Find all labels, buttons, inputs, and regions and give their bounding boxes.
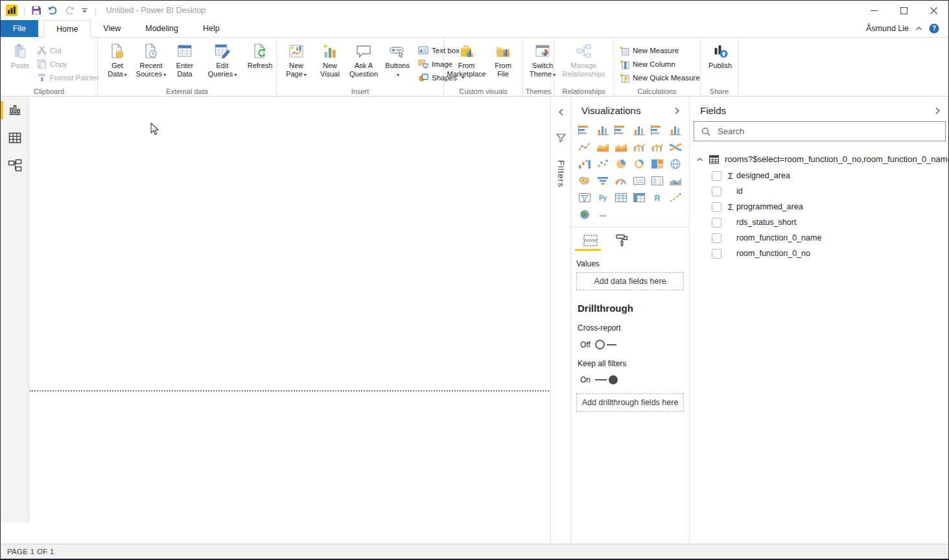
field-row-designed-area[interactable]: Σdesigned_area: [690, 168, 949, 183]
from-file-button[interactable]: From File: [486, 41, 520, 78]
viz-area-chart-icon[interactable]: [594, 141, 611, 153]
publish-button[interactable]: Publish: [703, 41, 737, 70]
viz-scatter-chart-icon[interactable]: [594, 158, 611, 170]
buttons-button[interactable]: Buttons▾: [381, 41, 414, 78]
fields-search: [694, 121, 946, 141]
paste-button[interactable]: Paste: [3, 41, 37, 70]
model-view-icon[interactable]: [7, 158, 23, 174]
refresh-button[interactable]: Refresh: [243, 41, 277, 70]
add-drillthrough-fields-dropzone[interactable]: Add drillthrough fields here: [576, 393, 684, 412]
new-quick-measure-button[interactable]: New Quick Measure: [619, 72, 700, 83]
page-status-text: PAGE 1 OF 1: [7, 548, 54, 555]
viz-line-and-clustered-column-chart-icon[interactable]: [649, 141, 666, 153]
viz-multi-row-card-icon[interactable]: [649, 174, 666, 187]
field-row-room-function-0-name[interactable]: room_function_0_name: [690, 230, 949, 246]
keep-all-filters-toggle[interactable]: On: [580, 375, 684, 384]
from-marketplace-icon: [458, 41, 475, 62]
field-checkbox[interactable]: [712, 249, 721, 259]
viz-funnel-icon[interactable]: [594, 174, 611, 187]
collapse-table-chevron-icon[interactable]: [696, 157, 703, 162]
account-name[interactable]: Åsmund Lie: [866, 24, 909, 33]
account-chevron-icon[interactable]: [915, 26, 922, 31]
tab-home[interactable]: Home: [43, 20, 91, 38]
viz-slicer-icon[interactable]: [576, 191, 593, 204]
copy-button[interactable]: Copy: [37, 58, 99, 69]
viz-line-chart-icon[interactable]: [576, 141, 593, 153]
enter-data-button[interactable]: Enter Data: [168, 41, 202, 78]
viz-arcgis-map-icon[interactable]: [576, 208, 593, 220]
search-input[interactable]: [716, 126, 945, 137]
redo-icon[interactable]: [64, 5, 75, 16]
manage-relationships-button[interactable]: Manage Relationships: [557, 41, 611, 78]
viz-filled-map-icon[interactable]: [576, 174, 593, 187]
viz-r-script-visual-icon[interactable]: R: [649, 191, 666, 204]
undo-icon[interactable]: [47, 5, 58, 16]
viz-line-and-stacked-column-chart-icon[interactable]: [631, 141, 648, 153]
tab-modeling[interactable]: Modeling: [133, 20, 191, 37]
tab-view[interactable]: View: [91, 20, 133, 37]
add-data-fields-dropzone[interactable]: Add data fields here: [576, 272, 684, 290]
viz-key-influencers-icon[interactable]: [667, 191, 684, 204]
close-icon[interactable]: [919, 1, 948, 20]
field-checkbox[interactable]: [712, 202, 721, 212]
viz-hundred-percent-stacked-bar-chart-icon[interactable]: [649, 124, 666, 136]
viz-treemap-icon[interactable]: [649, 158, 666, 170]
field-row-room-function-0-no[interactable]: room_function_0_no: [690, 246, 949, 261]
field-checkbox[interactable]: [712, 233, 721, 243]
viz-pie-chart-icon[interactable]: [613, 158, 629, 170]
viz-stacked-column-chart-icon[interactable]: [594, 124, 611, 136]
get-data-button[interactable]: Get Data▾: [100, 41, 134, 78]
viz-more-visuals-icon[interactable]: …: [594, 208, 611, 220]
minimize-icon[interactable]: [859, 1, 889, 20]
table-row[interactable]: rooms?$select=room_function_0_no,room_fu…: [690, 154, 949, 164]
viz-clustered-column-chart-icon[interactable]: [631, 124, 648, 136]
field-row-rds-status-short[interactable]: rds_status_short: [690, 215, 949, 230]
viz-gauge-icon[interactable]: [613, 174, 629, 187]
field-row-id[interactable]: id: [690, 183, 949, 199]
field-checkbox[interactable]: [712, 187, 721, 196]
maximize-icon[interactable]: [889, 1, 919, 20]
viz-ribbon-chart-icon[interactable]: [667, 141, 684, 153]
collapse-visualizations-chevron-icon[interactable]: [674, 107, 680, 115]
save-icon[interactable]: [31, 5, 41, 16]
expand-filters-chevron-icon[interactable]: [558, 108, 564, 116]
viz-map-icon[interactable]: [667, 158, 684, 170]
field-checkbox[interactable]: [712, 218, 721, 228]
format-paint-roller-tab-icon[interactable]: [615, 233, 629, 253]
viz-kpi-icon[interactable]: [667, 174, 684, 187]
new-visual-button[interactable]: New Visual: [313, 41, 347, 78]
recent-sources-button[interactable]: Recent Sources▾: [134, 41, 168, 78]
field-row-programmed-area[interactable]: Σprogrammed_area: [690, 199, 949, 215]
viz-card-icon[interactable]: 123: [631, 174, 648, 187]
report-canvas[interactable]: [29, 97, 550, 522]
cut-button[interactable]: Cut: [37, 45, 99, 56]
viz-clustered-bar-chart-icon[interactable]: [613, 124, 629, 136]
powerbi-window: | | Untitled - Power BI Desktop File Hom…: [0, 0, 949, 560]
collapse-fields-chevron-icon[interactable]: [935, 107, 941, 115]
viz-table-icon[interactable]: [613, 191, 629, 204]
field-checkbox[interactable]: [712, 171, 721, 181]
viz-waterfall-chart-icon[interactable]: [576, 158, 593, 170]
viz-donut-chart-icon[interactable]: [631, 158, 648, 170]
report-view-icon[interactable]: [7, 102, 23, 118]
viz-matrix-icon[interactable]: [631, 191, 648, 204]
viz-python-visual-icon[interactable]: Py: [594, 191, 611, 204]
help-icon[interactable]: ?: [929, 23, 939, 34]
ask-a-question-button[interactable]: Ask A Question: [347, 41, 381, 78]
cross-report-toggle[interactable]: Off: [580, 340, 684, 349]
new-measure-button[interactable]: New Measure: [619, 45, 700, 56]
file-tab[interactable]: File: [1, 20, 38, 37]
table-name: rooms?$select=room_function_0_no,room_fu…: [725, 154, 949, 164]
tab-help[interactable]: Help: [191, 20, 232, 37]
toggle-on-knob: [609, 375, 618, 384]
quick-access-caret-icon[interactable]: [81, 7, 88, 14]
new-column-button[interactable]: New Column: [619, 58, 700, 69]
from-marketplace-button[interactable]: From Marketplace: [447, 41, 486, 78]
viz-stacked-area-chart-icon[interactable]: [613, 141, 629, 153]
viz-stacked-bar-chart-icon[interactable]: [576, 124, 593, 136]
new-page-button[interactable]: New Page▾: [279, 41, 313, 78]
viz-hundred-percent-stacked-column-chart-icon[interactable]: [667, 124, 684, 136]
format-painter-button[interactable]: Format Painter: [37, 72, 99, 83]
data-view-icon[interactable]: [7, 130, 23, 146]
edit-queries-button[interactable]: Edit Queries▾: [205, 41, 239, 78]
